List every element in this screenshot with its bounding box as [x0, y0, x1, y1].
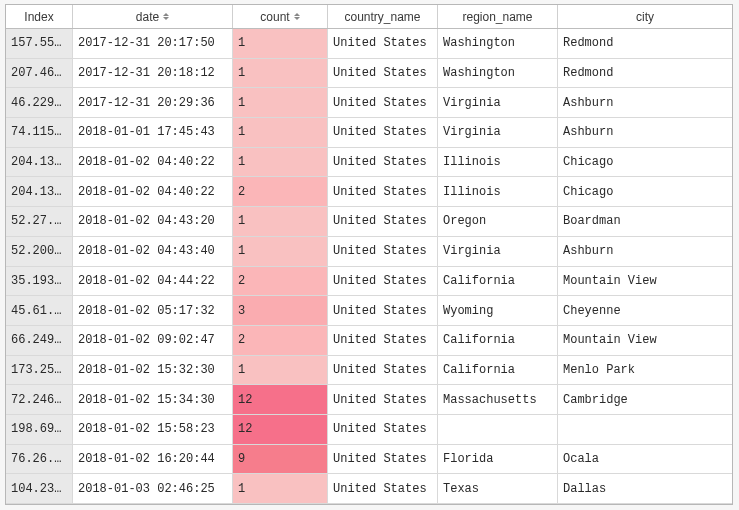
- cell-date[interactable]: 2018-01-03 02:46:25: [73, 474, 233, 503]
- cell-index[interactable]: 66.249…: [6, 326, 73, 355]
- column-header-city[interactable]: city: [558, 5, 732, 28]
- sort-icon[interactable]: [294, 13, 300, 20]
- cell-country[interactable]: United States: [328, 356, 438, 385]
- table-row[interactable]: 52.27.2…2018-01-02 04:43:201United State…: [6, 207, 732, 237]
- cell-city[interactable]: Boardman: [558, 207, 732, 236]
- cell-date[interactable]: 2017-12-31 20:18:12: [73, 59, 233, 88]
- column-header-date[interactable]: date: [73, 5, 233, 28]
- cell-city[interactable]: Menlo Park: [558, 356, 732, 385]
- table-row[interactable]: 204.13…2018-01-02 04:40:221United States…: [6, 148, 732, 178]
- column-header-index[interactable]: Index: [6, 5, 73, 28]
- cell-index[interactable]: 35.193…: [6, 267, 73, 296]
- cell-count[interactable]: 1: [233, 29, 328, 58]
- table-row[interactable]: 207.46…2017-12-31 20:18:121United States…: [6, 59, 732, 89]
- cell-country[interactable]: United States: [328, 237, 438, 266]
- cell-region[interactable]: California: [438, 267, 558, 296]
- cell-city[interactable]: Redmond: [558, 59, 732, 88]
- cell-date[interactable]: 2018-01-02 15:34:30: [73, 385, 233, 414]
- cell-city[interactable]: Chicago: [558, 177, 732, 206]
- cell-index[interactable]: 204.13…: [6, 148, 73, 177]
- table-row[interactable]: 104.237…2018-01-03 02:46:251United State…: [6, 474, 732, 504]
- cell-country[interactable]: United States: [328, 326, 438, 355]
- cell-region[interactable]: Oregon: [438, 207, 558, 236]
- cell-region[interactable]: Virginia: [438, 237, 558, 266]
- cell-city[interactable]: Ashburn: [558, 237, 732, 266]
- cell-count[interactable]: 1: [233, 118, 328, 147]
- cell-date[interactable]: 2018-01-02 04:44:22: [73, 267, 233, 296]
- cell-city[interactable]: [558, 415, 732, 444]
- cell-count[interactable]: 9: [233, 445, 328, 474]
- cell-count[interactable]: 1: [233, 207, 328, 236]
- table-row[interactable]: 173.252…2018-01-02 15:32:301United State…: [6, 356, 732, 386]
- cell-region[interactable]: Washington: [438, 59, 558, 88]
- cell-index[interactable]: 157.55…: [6, 29, 73, 58]
- cell-country[interactable]: United States: [328, 59, 438, 88]
- cell-count[interactable]: 2: [233, 267, 328, 296]
- cell-city[interactable]: Cheyenne: [558, 296, 732, 325]
- cell-region[interactable]: [438, 415, 558, 444]
- cell-city[interactable]: Cambridge: [558, 385, 732, 414]
- cell-city[interactable]: Redmond: [558, 29, 732, 58]
- table-body[interactable]: 157.55…2017-12-31 20:17:501United States…: [6, 29, 732, 504]
- cell-date[interactable]: 2018-01-01 17:45:43: [73, 118, 233, 147]
- cell-country[interactable]: United States: [328, 296, 438, 325]
- cell-index[interactable]: 72.246…: [6, 385, 73, 414]
- cell-index[interactable]: 207.46…: [6, 59, 73, 88]
- cell-city[interactable]: Ashburn: [558, 88, 732, 117]
- cell-country[interactable]: United States: [328, 177, 438, 206]
- cell-count[interactable]: 1: [233, 88, 328, 117]
- cell-date[interactable]: 2018-01-02 15:58:23: [73, 415, 233, 444]
- cell-country[interactable]: United States: [328, 118, 438, 147]
- cell-country[interactable]: United States: [328, 148, 438, 177]
- cell-region[interactable]: Wyoming: [438, 296, 558, 325]
- cell-country[interactable]: United States: [328, 267, 438, 296]
- table-row[interactable]: 76.26.2…2018-01-02 16:20:449United State…: [6, 445, 732, 475]
- cell-country[interactable]: United States: [328, 445, 438, 474]
- cell-country[interactable]: United States: [328, 415, 438, 444]
- cell-region[interactable]: California: [438, 356, 558, 385]
- cell-index[interactable]: 104.237…: [6, 474, 73, 503]
- cell-region[interactable]: Illinois: [438, 177, 558, 206]
- cell-index[interactable]: 52.200…: [6, 237, 73, 266]
- cell-country[interactable]: United States: [328, 385, 438, 414]
- cell-city[interactable]: Ocala: [558, 445, 732, 474]
- cell-index[interactable]: 46.229…: [6, 88, 73, 117]
- cell-index[interactable]: 52.27.2…: [6, 207, 73, 236]
- cell-index[interactable]: 45.61.1…: [6, 296, 73, 325]
- table-row[interactable]: 52.200…2018-01-02 04:43:401United States…: [6, 237, 732, 267]
- table-row[interactable]: 66.249…2018-01-02 09:02:472United States…: [6, 326, 732, 356]
- cell-region[interactable]: Virginia: [438, 118, 558, 147]
- sort-icon[interactable]: [163, 13, 169, 20]
- cell-country[interactable]: United States: [328, 88, 438, 117]
- column-header-count[interactable]: count: [233, 5, 328, 28]
- column-header-country[interactable]: country_name: [328, 5, 438, 28]
- cell-count[interactable]: 1: [233, 59, 328, 88]
- cell-city[interactable]: Mountain View: [558, 326, 732, 355]
- data-table[interactable]: Index date count country_name region_nam…: [5, 4, 733, 505]
- cell-count[interactable]: 1: [233, 474, 328, 503]
- cell-date[interactable]: 2018-01-02 04:43:40: [73, 237, 233, 266]
- cell-count[interactable]: 12: [233, 385, 328, 414]
- cell-city[interactable]: Mountain View: [558, 267, 732, 296]
- cell-city[interactable]: Dallas: [558, 474, 732, 503]
- cell-region[interactable]: Florida: [438, 445, 558, 474]
- cell-city[interactable]: Chicago: [558, 148, 732, 177]
- cell-country[interactable]: United States: [328, 474, 438, 503]
- cell-index[interactable]: 198.69…: [6, 415, 73, 444]
- cell-count[interactable]: 3: [233, 296, 328, 325]
- cell-count[interactable]: 12: [233, 415, 328, 444]
- table-row[interactable]: 46.229…2017-12-31 20:29:361United States…: [6, 88, 732, 118]
- cell-country[interactable]: United States: [328, 29, 438, 58]
- cell-index[interactable]: 74.115…: [6, 118, 73, 147]
- cell-date[interactable]: 2018-01-02 04:40:22: [73, 148, 233, 177]
- cell-count[interactable]: 1: [233, 356, 328, 385]
- cell-region[interactable]: Virginia: [438, 88, 558, 117]
- cell-region[interactable]: California: [438, 326, 558, 355]
- cell-region[interactable]: Illinois: [438, 148, 558, 177]
- cell-count[interactable]: 2: [233, 326, 328, 355]
- table-row[interactable]: 45.61.1…2018-01-02 05:17:323United State…: [6, 296, 732, 326]
- cell-count[interactable]: 1: [233, 148, 328, 177]
- table-row[interactable]: 198.69…2018-01-02 15:58:2312United State…: [6, 415, 732, 445]
- table-row[interactable]: 72.246…2018-01-02 15:34:3012United State…: [6, 385, 732, 415]
- cell-index[interactable]: 76.26.2…: [6, 445, 73, 474]
